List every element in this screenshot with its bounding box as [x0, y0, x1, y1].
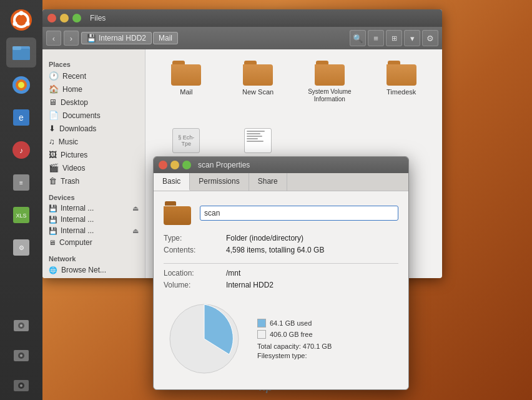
- dialog-maximize-button[interactable]: [182, 161, 191, 169]
- svg-point-2: [19, 11, 24, 16]
- sidebar-item-pictures[interactable]: 🖼 Pictures: [42, 148, 145, 161]
- app-icon-2[interactable]: ♪: [6, 135, 36, 165]
- disk-icons-group: [6, 310, 36, 400]
- window-title: Files: [90, 14, 106, 22]
- dialog-close-button[interactable]: [159, 161, 167, 169]
- disk-icon-2[interactable]: [6, 340, 36, 370]
- name-input[interactable]: [200, 206, 398, 221]
- maximize-button[interactable]: [72, 14, 81, 22]
- sidebar-item-computer[interactable]: 🖥 Computer: [42, 236, 145, 249]
- grid-icon: ⊞: [392, 34, 397, 42]
- grid-view-button[interactable]: ⊞: [386, 30, 402, 46]
- free-gb-label: 406.0 GB free: [270, 331, 313, 338]
- used-swatch: [257, 319, 266, 328]
- unity-taskbar: e ♪ ≡ XLS ⚙: [0, 0, 42, 400]
- pictures-icon: 🖼: [49, 150, 57, 159]
- videos-icon: 🎬: [49, 163, 59, 172]
- legend-area: 64.1 GB used 406.0 GB free Total capacit…: [257, 319, 332, 359]
- search-button[interactable]: 🔍: [350, 30, 366, 46]
- disk-icon-3[interactable]: [6, 370, 36, 400]
- disk-icon-1[interactable]: [6, 310, 36, 340]
- minimize-button[interactable]: [60, 14, 69, 22]
- file-item-mail[interactable]: Mail: [153, 57, 220, 119]
- sidebar-item-device-0[interactable]: 💾 Internal ... ⏏: [42, 202, 145, 214]
- sidebar-item-recent[interactable]: 🕐 Recent: [42, 69, 145, 82]
- documents-icon: 📄: [49, 111, 59, 120]
- used-text: used: [297, 319, 312, 327]
- computer-icon: 🖥: [49, 239, 56, 246]
- network-icon: 🌐: [49, 266, 57, 274]
- dialog-title: scan Properties: [198, 161, 250, 169]
- legend-item-free: 406.0 GB free: [257, 330, 332, 339]
- firefox-icon[interactable]: [6, 70, 36, 100]
- folder-icon-newscan: [243, 61, 273, 86]
- file-item-newscan[interactable]: New Scan: [225, 57, 292, 119]
- file-item-timedesk[interactable]: Timedesk: [368, 57, 435, 119]
- breadcrumb: 💾 Internal HDD2 Mail: [81, 32, 347, 44]
- sidebar-item-browse-network[interactable]: 🌐 Browse Net...: [42, 264, 145, 276]
- filesystem-type-line: Filesystem type:: [257, 352, 332, 359]
- eject-icon-0[interactable]: ⏏: [132, 204, 139, 212]
- dialog-minimize-button[interactable]: [170, 161, 179, 169]
- total-capacity-line: Total capacity: 470.1 GB: [257, 342, 332, 350]
- svg-text:XLS: XLS: [16, 212, 26, 219]
- file-label-newscan: New Scan: [242, 88, 273, 96]
- app-icon-3[interactable]: ≡: [6, 168, 36, 198]
- devices-section-title: Devices: [42, 190, 145, 202]
- location-label: Location:: [164, 269, 226, 278]
- bat-file-icon: § Ech- Tpe: [172, 128, 200, 153]
- search-icon: 🔍: [353, 34, 363, 43]
- home-icon: 🏠: [49, 84, 59, 94]
- eject-icon-2[interactable]: ⏏: [132, 227, 139, 235]
- dialog-folder-icon: [164, 201, 191, 225]
- tab-basic[interactable]: Basic: [154, 173, 190, 191]
- files-toolbar: ‹ › 💾 Internal HDD2 Mail 🔍 ≡ ⊞ ▾: [42, 27, 442, 49]
- files-app-icon[interactable]: [6, 38, 36, 68]
- ubuntu-logo-icon[interactable]: [6, 5, 36, 35]
- sidebar-item-music[interactable]: ♫ Music: [42, 135, 145, 148]
- app-icon-4[interactable]: XLS: [6, 200, 36, 230]
- legend-item-used: 64.1 GB used: [257, 319, 332, 328]
- svg-text:e: e: [19, 112, 24, 122]
- divider-1: [164, 263, 398, 264]
- recent-icon: 🕐: [49, 71, 59, 81]
- device-icon-0: 💾: [49, 204, 57, 212]
- used-gb-label: 64.1 GB used: [270, 319, 312, 327]
- svg-text:≡: ≡: [19, 179, 23, 186]
- sidebar-item-documents[interactable]: 📄 Documents: [42, 109, 145, 122]
- tab-permissions[interactable]: Permissions: [190, 173, 249, 191]
- sidebar-item-trash[interactable]: 🗑 Trash: [42, 174, 145, 188]
- file-item-sysvolinfo[interactable]: System VolumeInformation: [297, 57, 363, 119]
- forward-button[interactable]: ›: [64, 31, 79, 46]
- trash-icon: 🗑: [49, 176, 57, 186]
- close-button[interactable]: [47, 14, 56, 22]
- svg-point-29: [20, 384, 22, 387]
- free-swatch: [257, 330, 266, 339]
- contents-label: Contents:: [164, 246, 226, 254]
- back-button[interactable]: ‹: [46, 31, 61, 46]
- app-icon-5[interactable]: ⚙: [6, 232, 36, 262]
- txt-file-icon: [244, 128, 272, 153]
- breadcrumb-hdd2[interactable]: 💾 Internal HDD2: [81, 32, 152, 44]
- list-view-button[interactable]: ≡: [368, 30, 384, 46]
- tab-share[interactable]: Share: [249, 173, 287, 191]
- list-icon: ≡: [373, 34, 378, 43]
- app-icon-1[interactable]: e: [6, 102, 36, 132]
- volume-label: Volume:: [164, 281, 226, 289]
- type-value: Folder (inode/directory): [226, 234, 398, 242]
- sidebar-item-device-2[interactable]: 💾 Internal ... ⏏: [42, 225, 145, 236]
- breadcrumb-mail[interactable]: Mail: [153, 32, 178, 44]
- sidebar-item-desktop[interactable]: 🖥 Desktop: [42, 96, 145, 109]
- properties-dialog: scan Properties Basic Permissions Share …: [153, 156, 409, 390]
- sidebar-item-downloads[interactable]: ⬇ Downloads: [42, 122, 145, 135]
- network-section-title: Network: [42, 251, 145, 264]
- sidebar-item-videos[interactable]: 🎬 Videos: [42, 161, 145, 174]
- sidebar-item-device-1[interactable]: 💾 Internal ...: [42, 214, 145, 225]
- settings-button[interactable]: ⚙: [422, 30, 438, 46]
- svg-rect-7: [12, 46, 21, 50]
- sidebar-item-home[interactable]: 🏠 Home: [42, 82, 145, 96]
- device-icon-2: 💾: [49, 227, 57, 235]
- svg-point-4: [13, 22, 17, 26]
- sort-dropdown-button[interactable]: ▾: [404, 30, 420, 46]
- folder-icon-timedesk: [387, 61, 416, 86]
